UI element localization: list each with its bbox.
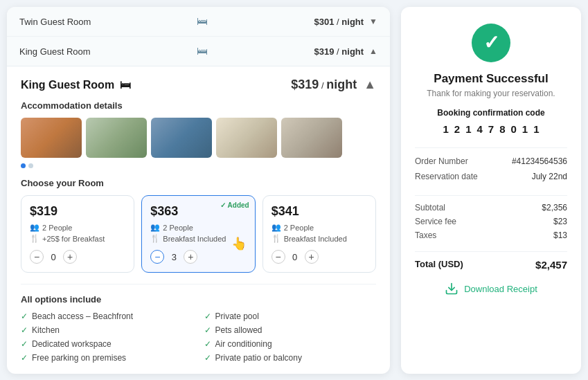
option-3-increment[interactable]: +	[305, 250, 319, 264]
chevron-down-icon-twin: ▼	[369, 17, 377, 26]
amenity-workspace: ✓ Dedicated workspace	[21, 339, 193, 349]
left-panel: Twin Guest Room 🛏 $301 / night ▼ King Gu…	[7, 7, 390, 374]
option-1-price: $319	[30, 204, 125, 219]
option-3-people: 👥 2 People	[271, 223, 367, 232]
expanded-price: $319 / night ▲	[291, 78, 376, 92]
option-2-increment[interactable]: +	[184, 250, 197, 264]
service-fee-label: Service fee	[415, 217, 456, 226]
king-room-price: $319 / night	[314, 46, 364, 57]
chevron-up-icon: ▲	[364, 78, 376, 91]
choose-room-section-title: Choose your Room	[21, 178, 376, 188]
taxes-value: $13	[553, 230, 567, 240]
taxes-label: Taxes	[415, 230, 436, 240]
check-icon-ac: ✓	[204, 339, 211, 349]
price-breakdown: Subtotal $2,356 Service fee $23 Taxes $1…	[415, 195, 567, 244]
bed-icon-expanded: 🛏	[120, 79, 131, 91]
download-receipt-label: Download Receipt	[464, 284, 537, 294]
check-icon-workspace: ✓	[21, 339, 28, 349]
success-check-icon: ✓	[483, 33, 499, 53]
room-option-1[interactable]: $319 👥 2 People 🍴 +25$ for Breakfast − 0…	[21, 195, 134, 273]
download-receipt-button[interactable]: Download Receipt	[445, 282, 537, 296]
total-row: Total (USD) $2,457	[415, 251, 567, 271]
room-row-twin[interactable]: Twin Guest Room 🛏 $301 / night ▼	[7, 7, 390, 37]
amenity-ac: ✓ Air conditioning	[204, 339, 377, 349]
fork-icon-3: 🍴	[271, 234, 281, 243]
code-digit-5: 7	[488, 123, 494, 135]
download-icon	[445, 282, 458, 296]
gallery-image-1	[21, 118, 82, 158]
option-1-breakfast: 🍴 +25$ for Breakfast	[30, 234, 125, 243]
people-icon-1: 👥	[30, 223, 39, 232]
check-icon-beach: ✓	[21, 311, 28, 321]
room-row-king[interactable]: King Guest Room 🛏 $319 / night ▲	[7, 37, 390, 66]
option-2-people: 👥 2 People	[150, 223, 246, 232]
service-fee-value: $23	[553, 217, 567, 226]
amenity-pets: ✓ Pets allowed	[204, 325, 377, 335]
option-1-count: 0	[49, 252, 57, 262]
check-icon-parking: ✓	[21, 353, 28, 363]
people-icon-2: 👥	[150, 223, 160, 232]
accommodation-section-title: Accommodation details	[21, 100, 376, 111]
king-room-right: $319 / night ▲	[314, 46, 377, 57]
all-options-title: All options include	[21, 294, 376, 305]
code-digit-1: 1	[443, 123, 448, 135]
cursor-hand-icon: 👆	[231, 236, 247, 251]
service-fee-row: Service fee $23	[415, 217, 567, 226]
fork-icon-1: 🍴	[30, 234, 39, 243]
payment-subtitle: Thank for making your reservation.	[427, 89, 555, 98]
gallery-dot-1[interactable]	[21, 163, 26, 168]
twin-room-right: $301 / night ▼	[314, 17, 377, 27]
check-icon-pets: ✓	[204, 325, 211, 335]
room-options: $319 👥 2 People 🍴 +25$ for Breakfast − 0…	[21, 195, 376, 273]
confirmation-label: Booking confirmation code	[437, 108, 544, 118]
amenity-patio: ✓ Private patio or balcony	[204, 353, 377, 363]
order-number-row: Order Number #41234564536	[415, 156, 567, 166]
all-options-section: All options include ✓ Beach access – Bea…	[21, 284, 376, 363]
gallery-image-5	[281, 118, 342, 158]
amenity-beach: ✓ Beach access – Beachfront	[21, 311, 193, 321]
code-digit-8: 1	[522, 123, 528, 135]
order-details: Order Number #41234564536 Reservation da…	[415, 147, 567, 187]
room-list: Twin Guest Room 🛏 $301 / night ▼ King Gu…	[7, 7, 390, 66]
code-digit-2: 2	[454, 123, 460, 135]
page-container: Twin Guest Room 🛏 $301 / night ▼ King Gu…	[7, 7, 581, 374]
king-room-name: King Guest Room	[19, 46, 91, 57]
check-icon-pool: ✓	[204, 311, 211, 321]
total-label: Total (USD)	[415, 259, 463, 271]
option-1-people: 👥 2 People	[30, 223, 125, 232]
code-digit-3: 1	[465, 123, 471, 135]
gallery-image-2	[86, 118, 147, 158]
reservation-date-row: Reservation date July 22nd	[415, 172, 567, 181]
gallery	[21, 118, 376, 158]
check-icon-kitchen: ✓	[21, 325, 28, 335]
gallery-dot-2[interactable]	[28, 163, 33, 168]
subtotal-row: Subtotal $2,356	[415, 203, 567, 212]
option-2-decrement[interactable]: −	[150, 250, 164, 264]
bed-icon-twin: 🛏	[197, 15, 208, 28]
payment-panel: ✓ Payment Successful Thank for making yo…	[401, 7, 581, 374]
option-3-decrement[interactable]: −	[271, 250, 285, 264]
option-1-increment[interactable]: +	[63, 250, 77, 264]
option-2-count: 3	[170, 252, 178, 262]
gallery-image-3	[151, 118, 212, 158]
confirmation-code: 1 2 1 4 7 8 0 1 1	[443, 123, 539, 135]
code-digit-4: 4	[476, 123, 482, 135]
code-digit-6: 8	[499, 123, 505, 135]
added-badge: ✓ Added	[220, 201, 249, 209]
room-option-3[interactable]: $341 👥 2 People 🍴 Breakfast Included − 0…	[262, 195, 376, 273]
chevron-up-icon-king: ▲	[369, 46, 377, 56]
amenity-kitchen: ✓ Kitchen	[21, 325, 193, 335]
success-icon-wrapper: ✓	[472, 24, 510, 62]
option-3-count: 0	[291, 252, 299, 262]
order-number-label: Order Number	[415, 156, 468, 166]
fork-icon-2: 🍴	[150, 234, 160, 243]
expanded-room-section: King Guest Room 🛏 $319 / night ▲ Accommo…	[7, 66, 390, 374]
option-1-decrement[interactable]: −	[30, 250, 44, 264]
gallery-dots	[21, 163, 376, 168]
payment-title: Payment Successful	[434, 72, 548, 86]
subtotal-label: Subtotal	[415, 203, 445, 212]
subtotal-value: $2,356	[542, 203, 567, 212]
room-option-2[interactable]: ✓ Added $363 👥 2 People 🍴 Breakfast Incl…	[141, 195, 255, 273]
code-digit-9: 1	[533, 123, 539, 135]
gallery-image-4	[216, 118, 277, 158]
